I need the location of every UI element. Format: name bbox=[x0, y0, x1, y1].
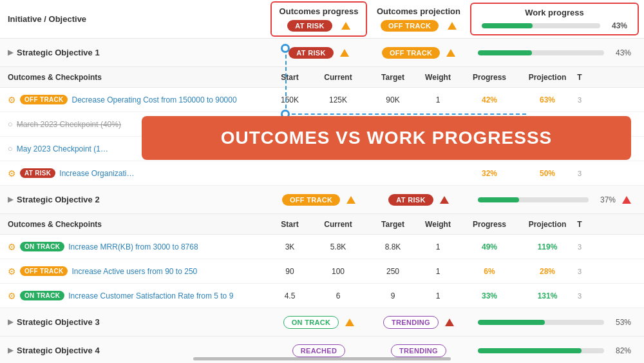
data-initiative-so2-2: ⚙ OFF TRACK Increase Active users from 9… bbox=[0, 263, 270, 280]
data-projection-so1-1: 63% bbox=[522, 92, 573, 108]
data-current-so1-1: 125K bbox=[309, 92, 367, 108]
header-row: Initiative / Objective Outcomes progress… bbox=[0, 0, 644, 39]
sub-col-current-1: Current bbox=[309, 70, 367, 85]
data-weight-so1-1: 1 bbox=[419, 92, 457, 108]
data-progress-so1-4: 32% bbox=[457, 166, 522, 181]
row-badge-so1-1: OFF TRACK bbox=[20, 95, 68, 104]
row-badge-so2-3: ON TRACK bbox=[20, 291, 64, 300]
data-start-so2-3: 4.5 bbox=[270, 288, 309, 304]
sub-col-current-2: Current bbox=[309, 217, 367, 232]
data-start-so1-4 bbox=[270, 170, 309, 177]
so2-outcomes-badge: OFF TRACK bbox=[282, 194, 340, 206]
col-initiative-header: Initiative / Objective bbox=[0, 14, 270, 24]
data-row-so2-2: ⚙ OFF TRACK Increase Active users from 9… bbox=[0, 259, 644, 284]
data-initiative-so1-4: ⚙ AT RISK Increase Organizati… bbox=[0, 165, 270, 182]
so4-outcomes-badge: REACHED bbox=[292, 344, 346, 357]
clock-icon-so1-3: ○ bbox=[8, 144, 13, 153]
col-outcomes-status-2: OFF TRACK bbox=[270, 190, 367, 210]
gear-icon-so2-2: ⚙ bbox=[8, 266, 16, 277]
sub-header-row-1: Outcomes & Checkpoints Start Current Tar… bbox=[0, 67, 644, 88]
data-row-so1-4: ⚙ AT RISK Increase Organizati… 32% 50% 3 bbox=[0, 161, 644, 186]
dashed-line-horizontal bbox=[285, 113, 526, 115]
data-t-so1-4: 3 bbox=[573, 166, 586, 181]
data-row-so1-1: ⚙ OFF TRACK Decrease Operating Cost from… bbox=[0, 88, 644, 112]
data-t-so2-1: 3 bbox=[573, 240, 586, 254]
dashed-line-vertical bbox=[285, 48, 287, 115]
data-current-so2-3: 6 bbox=[309, 288, 367, 304]
data-initiative-so2-3: ⚙ ON TRACK Increase Customer Satisfactio… bbox=[0, 288, 270, 304]
sub-col-projection-1: Projection bbox=[522, 70, 573, 85]
initiative-link-so1-2[interactable]: March 2023 Checkpoint (40%) bbox=[17, 120, 121, 129]
chevron-icon-2[interactable]: ▶ bbox=[8, 195, 13, 204]
sub-col-start-1: Start bbox=[270, 70, 309, 85]
data-projection-so1-4: 50% bbox=[522, 166, 573, 181]
so2-work-triangle bbox=[622, 196, 631, 204]
data-progress-so2-2: 6% bbox=[457, 264, 522, 279]
data-initiative-so1-1: ⚙ OFF TRACK Decrease Operating Cost from… bbox=[0, 92, 270, 108]
sub-col-target-1: Target bbox=[367, 70, 419, 85]
data-progress-so2-1: 49% bbox=[457, 239, 522, 255]
blue-dot-1 bbox=[281, 44, 290, 53]
data-start-so2-1: 3K bbox=[270, 239, 309, 255]
data-target-so1-1: 90K bbox=[367, 92, 419, 108]
col-work-3: 53% bbox=[470, 314, 639, 331]
so3-progress-bar bbox=[478, 320, 604, 325]
chevron-icon-3[interactable]: ▶ bbox=[8, 318, 13, 326]
data-row-so2-3: ⚙ ON TRACK Increase Customer Satisfactio… bbox=[0, 284, 644, 308]
data-t-so1-1: 3 bbox=[573, 93, 586, 107]
so1-projection-triangle bbox=[446, 49, 455, 57]
so2-outcomes-triangle bbox=[346, 196, 355, 204]
data-current-so1-4 bbox=[309, 170, 367, 177]
so3-projection-badge: TRENDING bbox=[383, 316, 439, 329]
initiative-link-so1-4[interactable]: Increase Organizati… bbox=[59, 169, 134, 178]
strategic-label-2: ▶ Strategic Objective 2 bbox=[0, 190, 270, 210]
col-work-1: 43% bbox=[470, 44, 639, 61]
so2-projection-badge: AT RISK bbox=[388, 194, 433, 206]
so3-projection-triangle bbox=[445, 319, 454, 326]
clock-icon-so1-2: ○ bbox=[8, 119, 13, 129]
col-work-4: 82% bbox=[470, 342, 639, 359]
col-work-progress-header: Work progress 43% bbox=[470, 3, 639, 35]
strategic-row-2: ▶ Strategic Objective 2 OFF TRACK AT RIS… bbox=[0, 186, 644, 214]
sub-col-target-2: Target bbox=[367, 217, 419, 232]
scrollbar[interactable] bbox=[193, 357, 451, 360]
col-projection-status-1: OFF TRACK bbox=[367, 43, 470, 63]
data-target-so1-4 bbox=[367, 170, 419, 177]
so1-outcomes-triangle bbox=[340, 49, 349, 57]
sub-col-progress-1: Progress bbox=[457, 70, 522, 85]
so1-projection-badge: OFF TRACK bbox=[382, 47, 440, 59]
initiative-link-so2-3[interactable]: Increase Customer Satisfaction Rate from… bbox=[68, 291, 233, 300]
initiative-link-so1-3[interactable]: May 2023 Checkpoint (1… bbox=[17, 144, 108, 153]
initiative-link-so1-1[interactable]: Decrease Operating Cost from 150000 to 9… bbox=[71, 95, 236, 104]
strategic-label-1: ▶ Strategic Objective 1 bbox=[0, 43, 270, 63]
row-badge-so2-1: ON TRACK bbox=[20, 242, 64, 251]
so1-progress-bar bbox=[478, 50, 604, 55]
chevron-icon-4[interactable]: ▶ bbox=[8, 346, 13, 355]
initiative-link-so2-2[interactable]: Increase Active users from 90 to 250 bbox=[71, 267, 197, 276]
sub-col-progress-2: Progress bbox=[457, 217, 522, 232]
sub-col-t-2: T bbox=[573, 217, 586, 232]
sub-col-start-2: Start bbox=[270, 217, 309, 232]
header-at-risk-badge: AT RISK bbox=[287, 20, 332, 32]
header-progress-bar bbox=[482, 23, 600, 28]
data-start-so2-2: 90 bbox=[270, 264, 309, 279]
initiative-link-so2-1[interactable]: Increase MRR(KB) from 3000 to 8768 bbox=[68, 242, 198, 251]
sub-col-weight-2: Weight bbox=[419, 217, 457, 232]
gear-icon-so1-4: ⚙ bbox=[8, 168, 16, 179]
header-projection-triangle bbox=[448, 22, 457, 30]
main-container: Initiative / Objective Outcomes progress… bbox=[0, 0, 644, 363]
chevron-icon-1[interactable]: ▶ bbox=[8, 48, 13, 57]
so2-progress-bar bbox=[478, 197, 589, 202]
data-current-so2-1: 5.8K bbox=[309, 239, 367, 255]
data-target-so2-2: 250 bbox=[367, 264, 419, 279]
strategic-label-3: ▶ Strategic Objective 3 bbox=[0, 312, 270, 332]
col-projection-status-3: TRENDING bbox=[367, 312, 470, 333]
data-target-so2-3: 9 bbox=[367, 288, 419, 304]
col-outcomes-progress-header: Outcomes progress AT RISK bbox=[270, 1, 367, 37]
gear-icon-so2-3: ⚙ bbox=[8, 291, 16, 301]
sub-col-weight-1: Weight bbox=[419, 70, 457, 85]
data-weight-so2-3: 1 bbox=[419, 288, 457, 304]
sub-col-projection-2: Projection bbox=[522, 217, 573, 232]
row-badge-so1-4: AT RISK bbox=[20, 168, 55, 178]
data-weight-so2-1: 1 bbox=[419, 239, 457, 255]
